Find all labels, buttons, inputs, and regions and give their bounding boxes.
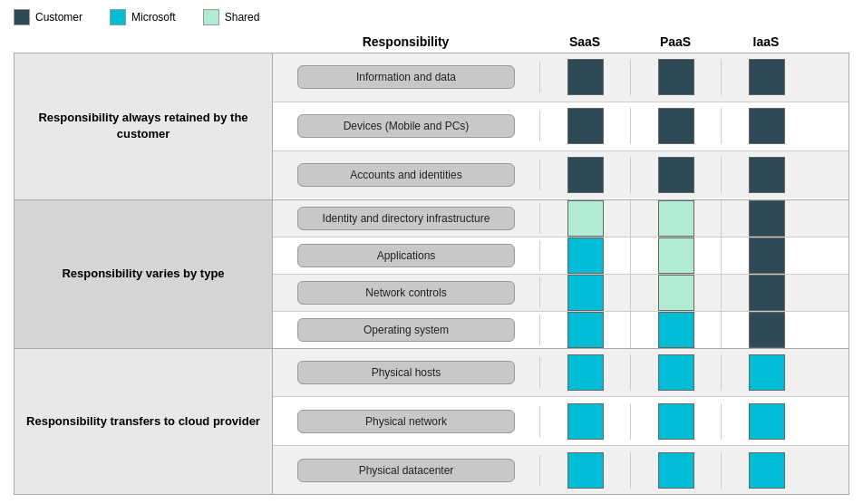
color-box-paas-2-0 xyxy=(658,354,694,391)
color-cell-paas-1-3 xyxy=(631,312,722,348)
pill-cell-1-3: Operating system xyxy=(273,315,540,345)
pill-0-0: Information and data xyxy=(297,65,515,89)
section-label-2: Responsibility transfers to cloud provid… xyxy=(15,349,273,495)
legend-shared: Shared xyxy=(203,9,260,25)
pill-cell-0-2: Accounts and identities xyxy=(273,160,540,190)
color-cell-iaas-2-2 xyxy=(722,452,812,489)
pill-1-3: Operating system xyxy=(297,318,515,342)
pill-cell-1-0: Identity and directory infrastructure xyxy=(273,203,540,234)
color-cell-paas-2-1 xyxy=(631,403,722,440)
color-box-saas-1-2 xyxy=(567,275,604,311)
color-cell-iaas-0-1 xyxy=(722,108,812,144)
data-row-0-2: Accounts and identities xyxy=(273,151,848,199)
color-box-saas-2-0 xyxy=(567,354,604,391)
data-row-1-0: Identity and directory infrastructure xyxy=(273,200,848,237)
color-cell-iaas-1-1 xyxy=(722,237,812,274)
color-box-paas-1-1 xyxy=(658,237,694,274)
section-label-0: Responsibility always retained by the cu… xyxy=(15,53,273,199)
color-box-saas-0-2 xyxy=(567,157,604,193)
pill-cell-1-1: Applications xyxy=(273,240,540,271)
color-cell-paas-1-0 xyxy=(631,200,722,237)
shared-label: Shared xyxy=(225,11,260,24)
data-row-0-1: Devices (Mobile and PCs) xyxy=(273,102,848,151)
pill-1-2: Network controls xyxy=(297,281,515,305)
section-rows-0: Information and dataDevices (Mobile and … xyxy=(273,53,848,199)
color-cell-paas-2-2 xyxy=(631,452,722,489)
color-cell-iaas-0-2 xyxy=(722,157,812,193)
color-cell-saas-2-1 xyxy=(540,403,631,440)
color-box-iaas-1-3 xyxy=(749,312,785,348)
color-box-iaas-2-0 xyxy=(749,354,785,391)
table-body: Responsibility always retained by the cu… xyxy=(14,53,849,495)
data-row-2-2: Physical datacenter xyxy=(273,446,848,494)
color-cell-paas-1-2 xyxy=(631,275,722,311)
color-cell-saas-1-1 xyxy=(540,237,631,274)
main-container: Customer Microsoft Shared Responsibility… xyxy=(0,0,863,504)
data-row-2-1: Physical network xyxy=(273,397,848,446)
microsoft-color-box xyxy=(110,9,126,25)
color-box-paas-1-3 xyxy=(658,312,694,348)
pill-cell-2-1: Physical network xyxy=(273,406,540,437)
color-cell-saas-2-0 xyxy=(540,354,631,391)
color-box-paas-0-1 xyxy=(658,108,694,144)
color-box-saas-0-0 xyxy=(567,59,604,95)
color-box-iaas-0-0 xyxy=(749,59,785,95)
pill-2-1: Physical network xyxy=(297,410,515,433)
color-box-saas-1-1 xyxy=(567,237,604,274)
data-row-0-0: Information and data xyxy=(273,53,848,102)
legend-microsoft: Microsoft xyxy=(110,9,176,25)
legend: Customer Microsoft Shared xyxy=(14,9,849,25)
color-cell-iaas-0-0 xyxy=(722,59,812,95)
color-cell-saas-1-0 xyxy=(540,200,631,237)
customer-label: Customer xyxy=(35,11,82,24)
color-box-iaas-2-2 xyxy=(749,452,785,489)
color-box-saas-1-0 xyxy=(567,200,604,237)
section-2: Responsibility transfers to cloud provid… xyxy=(15,349,848,495)
color-box-iaas-1-0 xyxy=(749,200,785,237)
color-cell-saas-1-3 xyxy=(540,312,631,348)
pill-cell-2-0: Physical hosts xyxy=(273,357,540,388)
pill-0-1: Devices (Mobile and PCs) xyxy=(297,114,515,138)
color-cell-saas-0-0 xyxy=(540,59,631,95)
color-box-paas-1-0 xyxy=(658,200,694,237)
color-box-iaas-2-1 xyxy=(749,403,785,440)
color-cell-iaas-1-3 xyxy=(722,312,812,348)
pill-cell-2-2: Physical datacenter xyxy=(273,455,540,486)
pill-1-0: Identity and directory infrastructure xyxy=(297,207,515,230)
header-row: Responsibility SaaS PaaS IaaS xyxy=(14,34,849,49)
color-box-paas-0-0 xyxy=(658,59,694,95)
color-cell-saas-1-2 xyxy=(540,275,631,311)
pill-cell-0-1: Devices (Mobile and PCs) xyxy=(273,111,540,141)
color-box-paas-2-2 xyxy=(658,452,694,489)
color-box-saas-2-1 xyxy=(567,403,604,440)
color-box-iaas-0-1 xyxy=(749,108,785,144)
pill-0-2: Accounts and identities xyxy=(297,163,515,187)
pill-2-2: Physical datacenter xyxy=(297,459,515,482)
color-cell-saas-2-2 xyxy=(540,452,631,489)
pill-2-0: Physical hosts xyxy=(297,361,515,384)
color-cell-paas-2-0 xyxy=(631,354,722,391)
color-cell-paas-0-0 xyxy=(631,59,722,95)
shared-color-box xyxy=(203,9,219,25)
color-cell-iaas-1-0 xyxy=(722,200,812,237)
section-0: Responsibility always retained by the cu… xyxy=(15,53,848,200)
color-box-paas-2-1 xyxy=(658,403,694,440)
color-cell-iaas-2-1 xyxy=(722,403,812,440)
data-row-1-3: Operating system xyxy=(273,312,848,348)
color-box-iaas-1-2 xyxy=(749,275,785,311)
color-box-paas-1-2 xyxy=(658,275,694,311)
customer-color-box xyxy=(14,9,30,25)
header-responsibility: Responsibility xyxy=(272,34,539,49)
color-box-iaas-1-1 xyxy=(749,237,785,274)
color-box-saas-1-3 xyxy=(567,312,604,348)
header-paas: PaaS xyxy=(630,34,721,49)
legend-customer: Customer xyxy=(14,9,82,25)
color-box-iaas-0-2 xyxy=(749,157,785,193)
section-label-1: Responsibility varies by type xyxy=(15,200,273,348)
color-cell-paas-0-1 xyxy=(631,108,722,144)
color-cell-saas-0-2 xyxy=(540,157,631,193)
color-cell-paas-1-1 xyxy=(631,237,722,274)
color-box-paas-0-2 xyxy=(658,157,694,193)
section-1: Responsibility varies by typeIdentity an… xyxy=(15,200,848,349)
header-iaas: IaaS xyxy=(721,34,811,49)
